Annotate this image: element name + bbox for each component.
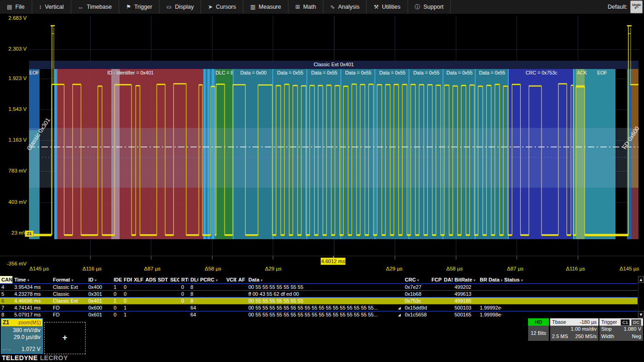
menu-item-label: File	[15, 4, 24, 10]
menu-item-file[interactable]: ▤File	[0, 0, 32, 14]
analysis-icon: ∿	[330, 4, 335, 10]
menu-bar: ▤File↕Vertical↔Timebase⚑Trigger▭Display➤…	[0, 0, 644, 14]
utilities-icon: ⚒	[374, 4, 379, 10]
table-cell: 0x1c5658	[405, 311, 429, 318]
menu-item-display[interactable]: ▭Display	[160, 0, 201, 14]
column-header-xlf[interactable]: XLF▾	[132, 276, 144, 283]
table-cell: Classic	[53, 291, 86, 298]
table-cell: 64	[190, 311, 198, 318]
table-cell: 0	[124, 298, 132, 305]
column-header-fcp[interactable]: FCP▾	[430, 276, 442, 283]
column-header-sdt[interactable]: SDT▾	[156, 276, 168, 283]
z1-level-tag[interactable]: Z1	[25, 230, 34, 237]
table-cell: ff 00 43 55 62 df ed 00	[248, 291, 402, 298]
table-cell: 0	[181, 284, 188, 291]
trigger-title: Trigger	[601, 319, 617, 325]
menu-item-trigger[interactable]: ⚑Trigger	[119, 0, 160, 14]
table-cell: 5.07917 ms	[14, 311, 51, 318]
column-header-ide[interactable]: IDE▾	[112, 276, 122, 283]
table-cell: 8	[190, 298, 198, 305]
table-row[interactable]: 74.74141 msFD0x600016400 55 55 55 55 55 …	[0, 304, 638, 311]
menu-item-measure[interactable]: ▥Measure	[243, 0, 288, 14]
column-header-bitrate[interactable]: BitRate▾	[453, 276, 478, 283]
table-cell: 0x301	[88, 291, 111, 298]
tbase-tdiv: 1.00 ms/div	[571, 326, 597, 332]
table-cell: 499202	[454, 284, 477, 291]
table-cell: 0x600	[88, 305, 111, 311]
trigger-panel[interactable]: Trigger C1DC Stop 1.080 V Width Neg	[599, 318, 643, 341]
table-cell: 1.99992e+6	[480, 305, 502, 311]
table-cell: 499185	[454, 298, 477, 305]
table-row[interactable]: 64.46696 msClassic Ext0x401100800 55 55 …	[0, 297, 638, 305]
table-cell: 0x753c	[405, 298, 429, 305]
timebase-panel[interactable]: Tbase -180 µs 1.00 ms/div 2.5 MS 250 MS/…	[550, 318, 598, 341]
table-cell: 0	[114, 305, 121, 311]
menu-item-timebase[interactable]: ↔Timebase	[71, 0, 119, 14]
column-header-dlc[interactable]: DLC▾	[189, 276, 198, 283]
sort-arrow-icon[interactable]: ▾	[474, 278, 476, 282]
column-header-time[interactable]: Time▾	[13, 276, 51, 283]
table-row[interactable]: 43.95434 msClassic Ext0x400100800 55 55 …	[0, 283, 638, 291]
column-header-fdf[interactable]: FDF▾	[122, 276, 132, 283]
undo-button[interactable]: Undo ↶	[630, 0, 643, 13]
sort-arrow-icon[interactable]: ▾	[261, 278, 263, 282]
file-icon: ▤	[7, 4, 12, 10]
table-cell: 8	[190, 284, 198, 291]
table-cell: 0	[114, 291, 121, 298]
division-tick	[456, 256, 456, 259]
tbase-delay: -180 µs	[580, 319, 597, 325]
column-header-das[interactable]: DAS▾	[443, 276, 453, 283]
z1-descriptor-box[interactable]: Z1 zoom(M1) 380 mV/div 29.0 µs/div –··– …	[1, 318, 43, 354]
menu-item-utilities[interactable]: ⚒Utilities	[367, 0, 408, 14]
hd-panel[interactable]: HD 12 Bits	[528, 318, 549, 341]
menu-item-vertical[interactable]: ↕Vertical	[32, 0, 71, 14]
menu-item-support[interactable]: ⓘSupport	[408, 0, 451, 14]
column-header-status[interactable]: Status▾	[503, 276, 637, 283]
column-header-format[interactable]: Format▾	[52, 276, 86, 283]
column-header-af[interactable]: AF▾	[237, 276, 247, 283]
sort-arrow-icon[interactable]: ▾	[501, 278, 502, 282]
column-header-data[interactable]: Data▾	[247, 276, 403, 283]
menu-item-cursors[interactable]: ➤Cursors	[201, 0, 243, 14]
column-header-can-xl[interactable]: CAN XL	[0, 276, 12, 283]
sort-arrow-icon[interactable]: ▾	[417, 278, 419, 282]
sort-arrow-icon[interactable]: ▾	[71, 278, 73, 282]
column-header-sec[interactable]: SEC▾	[169, 276, 179, 283]
axis-label: 1.163 V	[1, 137, 27, 143]
table-cell: 0x15dd9d	[405, 305, 429, 311]
delta-time-label: Δ29 µs	[386, 266, 402, 271]
table-cell: 00 55 55 55 55 55 55 55	[248, 298, 402, 305]
sort-arrow-icon[interactable]: ▾	[27, 278, 29, 282]
column-header-br-data[interactable]: BR Data▾	[478, 276, 502, 283]
math-icon: ⊞	[295, 4, 300, 10]
zoom-preview-rect[interactable]: +	[44, 322, 86, 354]
table-scroll-down[interactable]: ▼	[638, 311, 644, 318]
menu-item-label: Utilities	[382, 4, 400, 10]
table-row[interactable]: 54.23278 msClassic0x3010008ff 00 43 55 6…	[0, 290, 638, 298]
column-header-id[interactable]: ID▾	[87, 276, 112, 283]
sort-arrow-icon[interactable]: ▾	[95, 278, 97, 282]
menu-right-cluster: Default: Undo ↶	[608, 0, 643, 14]
tbase-memory: 2.5 MS	[552, 333, 568, 339]
table-cell: 0x400	[88, 284, 111, 291]
delta-time-label: Δ116 µs	[82, 266, 102, 271]
column-header-vcid[interactable]: VCID▾	[225, 276, 236, 283]
table-row[interactable]: 85.07917 msFD0x601016400 55 55 55 55 55 …	[0, 311, 638, 318]
sort-arrow-icon[interactable]: ▾	[521, 278, 523, 282]
menu-item-analysis[interactable]: ∿Analysis	[323, 0, 367, 14]
table-cell: 8	[1, 311, 12, 318]
timebase-icon: ↔	[78, 4, 84, 10]
tbase-samplerate: 250 MS/s	[575, 333, 597, 339]
column-header-pcrc[interactable]: PCRC▾	[199, 276, 224, 283]
table-cell: 5	[1, 291, 12, 298]
measure-icon: ▥	[250, 4, 255, 10]
hd-title: HD	[528, 318, 549, 326]
column-header-ads[interactable]: ADS▾	[144, 276, 156, 283]
column-header-rtr[interactable]: RTR▾	[180, 276, 189, 283]
column-header-crc[interactable]: CRC▾	[403, 276, 430, 283]
table-scroll-up[interactable]: ▲	[638, 276, 644, 283]
menu-item-math[interactable]: ⊞Math	[288, 0, 323, 14]
axis-label: 783 mV	[1, 168, 27, 173]
menu-item-label: Analysis	[338, 4, 360, 10]
sort-arrow-icon[interactable]: ▾	[216, 278, 218, 282]
